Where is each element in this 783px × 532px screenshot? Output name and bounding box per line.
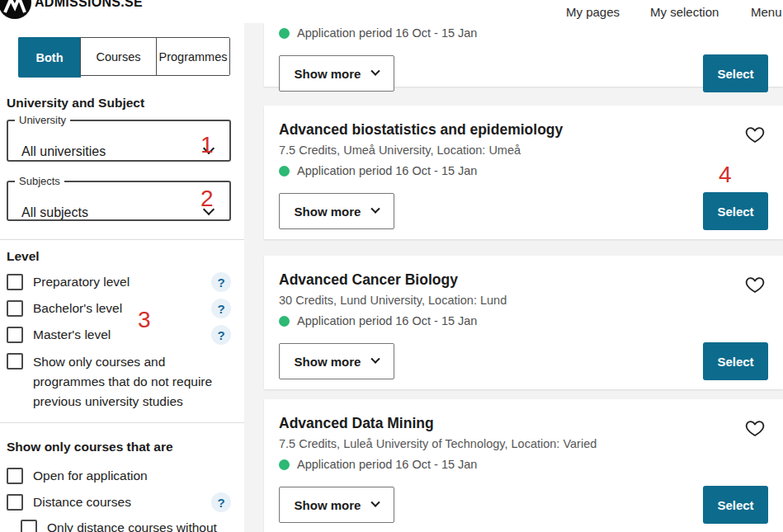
course-meta: 7.5 Credits, Umeå University, Location: … — [279, 144, 768, 158]
checkbox-label: Only distance courses without — [47, 519, 217, 532]
application-period: Application period 16 Oct - 15 Jan — [279, 458, 768, 472]
checkbox-masters-level[interactable] — [7, 327, 23, 343]
university-dropdown[interactable]: University All universities — [7, 114, 231, 162]
checkbox-only-distance-courses[interactable] — [21, 520, 37, 532]
divider — [0, 239, 244, 240]
select-button[interactable]: Select — [703, 54, 768, 92]
course-meta: 30 Credits, Lund University, Location: L… — [279, 294, 768, 308]
nav-menu[interactable]: Menu — [751, 5, 782, 19]
result-type-tabs: Both Courses Programmes — [18, 37, 230, 76]
checkbox-label: Show only courses and programmes that do… — [33, 352, 229, 412]
checkbox-label: Preparatory level — [33, 273, 130, 291]
course-title: Advanced Data Mining — [279, 414, 768, 432]
application-period: Application period 16 Oct - 15 Jan — [279, 164, 768, 178]
checkbox-preparatory-level[interactable] — [7, 274, 23, 290]
subjects-dropdown-label: Subjects — [15, 175, 64, 187]
courses-that-are-heading: Show only courses that are — [7, 440, 221, 454]
checkbox-label: Distance courses — [33, 493, 131, 511]
university-dropdown-value: All universities — [21, 144, 106, 159]
show-more-button[interactable]: Show more — [279, 487, 394, 523]
select-button[interactable]: Select — [703, 192, 768, 230]
checkbox-row-bachelors-level: Bachelor's level — [7, 300, 122, 318]
chevron-down-icon — [371, 498, 380, 507]
checkbox-label: Open for application — [33, 467, 148, 485]
select-button[interactable]: Select — [703, 342, 768, 380]
favorite-heart-icon[interactable] — [745, 275, 765, 297]
application-period-text: Application period 16 Oct - 15 Jan — [297, 164, 477, 178]
checkbox-distance-courses[interactable] — [7, 494, 23, 511]
checkbox-row-no-previous-studies: Show only courses and programmes that do… — [7, 353, 229, 412]
select-button[interactable]: Select — [703, 486, 768, 524]
checkbox-row-open-for-application: Open for application — [7, 468, 148, 485]
course-title: Advanced Cancer Biology — [279, 271, 768, 289]
nav-my-selection[interactable]: My selection — [650, 5, 719, 19]
help-icon[interactable]: ? — [211, 325, 231, 345]
favorite-heart-icon[interactable] — [745, 125, 765, 147]
show-more-button[interactable]: Show more — [279, 343, 394, 379]
application-period-text: Application period 16 Oct - 15 Jan — [297, 458, 477, 472]
course-card: Advanced biostatistics and epidemiology … — [264, 106, 783, 239]
favorite-heart-icon[interactable] — [745, 419, 765, 440]
checkbox-row-preparatory-level: Preparatory level — [7, 274, 130, 291]
filter-sidebar: Both Courses Programmes University and S… — [0, 23, 244, 532]
help-icon[interactable]: ? — [211, 492, 231, 512]
course-card: Advanced Cancer Biology 30 Credits, Lund… — [264, 256, 783, 389]
course-card: Advanced Data Mining 7.5 Credits, Luleå … — [264, 399, 783, 532]
chevron-down-icon — [371, 355, 380, 364]
application-period: Application period 16 Oct - 15 Jan — [279, 314, 768, 328]
checkbox-no-previous-studies[interactable] — [7, 353, 23, 370]
show-more-button[interactable]: Show more — [279, 55, 394, 92]
checkbox-row-masters-level: Master's level — [7, 327, 111, 344]
course-title: Advanced biostatistics and epidemiology — [279, 120, 768, 139]
logo-text: ADMISSIONS.SE — [35, 0, 143, 10]
divider — [0, 422, 244, 423]
nav-my-pages[interactable]: My pages — [566, 5, 620, 19]
checkbox-label: Bachelor's level — [33, 299, 122, 318]
application-period-text: Application period 16 Oct - 15 Jan — [297, 314, 477, 328]
status-dot-icon — [279, 459, 290, 470]
checkbox-label: Master's level — [33, 326, 111, 344]
checkbox-bachelors-level[interactable] — [7, 300, 23, 317]
annotation-3: 3 — [138, 308, 151, 332]
tab-courses[interactable]: Courses — [80, 38, 156, 75]
chevron-down-icon — [371, 67, 380, 76]
show-more-button[interactable]: Show more — [279, 193, 394, 229]
subjects-dropdown[interactable]: Subjects All subjects — [7, 175, 231, 221]
logo-mark-icon — [0, 0, 31, 19]
application-period-text: Application period 16 Oct - 15 Jan — [297, 26, 477, 40]
application-period: Application period 16 Oct - 15 Jan — [279, 26, 768, 40]
annotation-1: 1 — [200, 134, 214, 157]
tab-programmes[interactable]: Programmes — [156, 38, 229, 75]
chevron-down-icon — [371, 205, 380, 214]
checkbox-open-for-application[interactable] — [7, 468, 23, 484]
show-more-label: Show more — [295, 355, 361, 369]
annotation-4: 4 — [719, 163, 732, 186]
course-meta: 7.5 Credits, Luleå University of Technol… — [279, 437, 768, 451]
status-dot-icon — [279, 28, 290, 39]
show-more-label: Show more — [295, 205, 361, 219]
help-icon[interactable]: ? — [211, 272, 231, 292]
help-icon[interactable]: ? — [211, 299, 231, 318]
top-header: ADMISSIONS.SE My pages My selection Menu — [0, 0, 783, 23]
status-dot-icon — [279, 316, 290, 327]
university-dropdown-label: University — [15, 114, 70, 126]
subjects-dropdown-value: All subjects — [21, 205, 88, 220]
university-subject-heading: University and Subject — [7, 96, 144, 111]
annotation-2: 2 — [200, 187, 214, 210]
show-more-label: Show more — [295, 498, 361, 512]
checkbox-row-distance-courses: Distance courses — [7, 494, 131, 511]
checkbox-row-only-distance-courses: Only distance courses without — [21, 520, 217, 532]
tab-both[interactable]: Both — [18, 37, 81, 78]
level-heading: Level — [7, 249, 40, 264]
status-dot-icon — [279, 166, 290, 177]
show-more-label: Show more — [295, 67, 361, 81]
